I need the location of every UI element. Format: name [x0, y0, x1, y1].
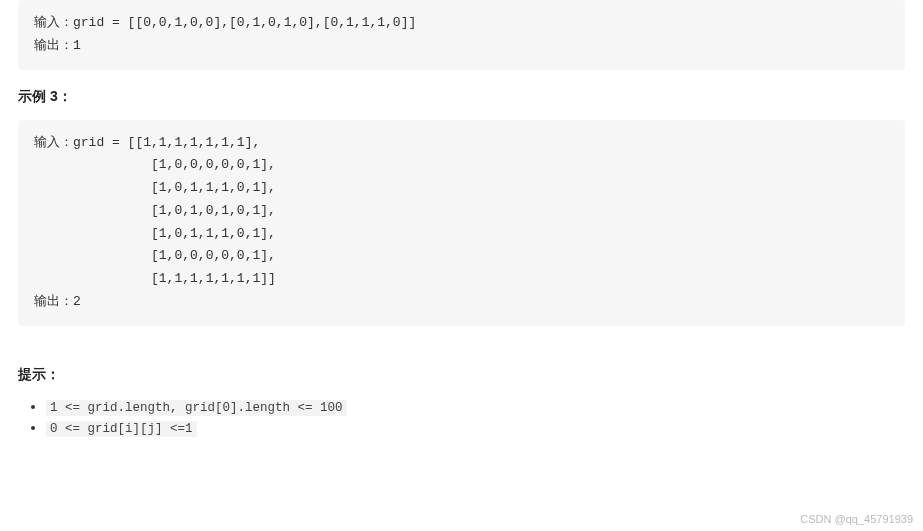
hint-1-code: 1 <= grid.length, grid[0].length <= 100 [46, 400, 347, 416]
example-2-output-label: 输出： [34, 38, 73, 53]
example-2-codeblock: 输入：grid = [[0,0,1,0,0],[0,1,0,1,0],[0,1,… [18, 0, 905, 70]
example-3-output-label: 输出： [34, 294, 73, 309]
example-3-output-value: 2 [73, 294, 81, 309]
example-3-input-label: 输入： [34, 135, 73, 150]
hints-heading: 提示： [18, 366, 905, 384]
example-2-input-code: grid = [[0,0,1,0,0],[0,1,0,1,0],[0,1,1,1… [73, 15, 416, 30]
example-2-output-value: 1 [73, 38, 81, 53]
hint-2-code: 0 <= grid[i][j] <=1 [46, 421, 197, 437]
example-3-input-code: grid = [[1,1,1,1,1,1,1], [1,0,0,0,0,0,1]… [34, 135, 276, 287]
hint-item-2: 0 <= grid[i][j] <=1 [46, 419, 905, 436]
hint-item-1: 1 <= grid.length, grid[0].length <= 100 [46, 398, 905, 415]
example-2-input-label: 输入： [34, 15, 73, 30]
example-3-codeblock: 输入：grid = [[1,1,1,1,1,1,1], [1,0,0,0,0,0… [18, 120, 905, 326]
hints-list: 1 <= grid.length, grid[0].length <= 100 … [18, 398, 905, 436]
example-3-heading: 示例 3： [18, 88, 905, 106]
